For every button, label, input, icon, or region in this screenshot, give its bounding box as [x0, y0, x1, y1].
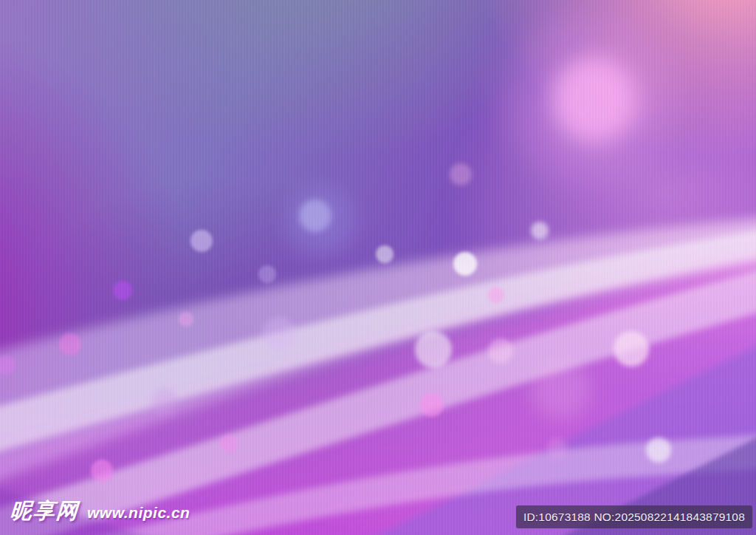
bokeh-circle: [113, 281, 132, 300]
bokeh-circle: [91, 460, 113, 482]
bokeh-circle: [488, 287, 504, 303]
bokeh-circle: [376, 245, 394, 263]
bokeh-circle: [59, 333, 81, 355]
bokeh-circle: [532, 361, 591, 420]
bokeh-circle: [262, 317, 296, 351]
bokeh-layer: [0, 0, 756, 535]
bokeh-circle: [450, 163, 472, 185]
nipic-site-url: www.nipic.cn: [87, 504, 190, 522]
bokeh-circle: [614, 331, 649, 367]
bokeh-circle: [415, 331, 452, 368]
abstract-background-image: 昵享网 www.nipic.cn ID:10673188 NO:20250822…: [0, 0, 756, 535]
bokeh-circle: [179, 312, 193, 327]
bokeh-circle: [420, 393, 444, 417]
bokeh-circle: [531, 222, 549, 239]
bokeh-circle: [488, 338, 513, 364]
bokeh-circle: [453, 252, 477, 276]
bokeh-circle: [299, 200, 331, 232]
bokeh-circle: [551, 57, 637, 143]
bokeh-circle: [547, 438, 568, 459]
image-id-badge: ID:10673188 NO:20250822141843879108: [516, 505, 752, 528]
bokeh-circle: [151, 388, 178, 415]
bokeh-circle: [190, 230, 213, 252]
bokeh-circle: [0, 355, 16, 375]
bokeh-circle: [258, 265, 276, 283]
bokeh-circle: [646, 437, 671, 463]
nipic-logo-text: 昵享网: [10, 497, 80, 526]
bokeh-circle: [220, 435, 238, 452]
nipic-watermark: 昵享网 www.nipic.cn: [10, 497, 190, 526]
